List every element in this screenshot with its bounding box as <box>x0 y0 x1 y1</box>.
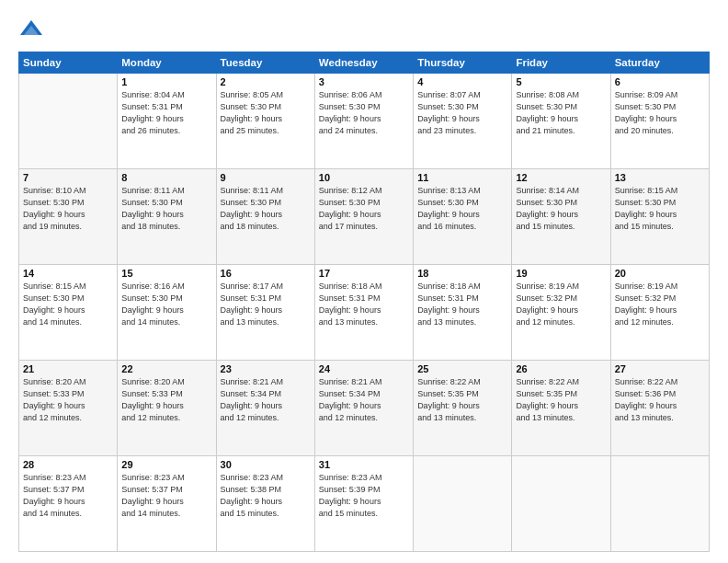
calendar-cell: 3Sunrise: 8:06 AM Sunset: 5:30 PM Daylig… <box>314 74 413 169</box>
day-number: 4 <box>417 76 507 87</box>
day-info: Sunrise: 8:05 AM Sunset: 5:30 PM Dayligh… <box>221 89 311 137</box>
day-number: 5 <box>516 76 606 87</box>
day-number: 30 <box>221 459 311 470</box>
day-info: Sunrise: 8:08 AM Sunset: 5:30 PM Dayligh… <box>516 89 606 137</box>
calendar-cell: 7Sunrise: 8:10 AM Sunset: 5:30 PM Daylig… <box>19 169 118 265</box>
weekday-header-monday: Monday <box>118 52 216 74</box>
calendar-cell: 22Sunrise: 8:20 AM Sunset: 5:33 PM Dayli… <box>118 361 216 456</box>
day-info: Sunrise: 8:23 AM Sunset: 5:37 PM Dayligh… <box>121 472 211 520</box>
weekday-header-tuesday: Tuesday <box>216 52 314 74</box>
day-number: 17 <box>319 268 409 279</box>
calendar-cell: 20Sunrise: 8:19 AM Sunset: 5:32 PM Dayli… <box>610 265 709 361</box>
calendar-cell: 5Sunrise: 8:08 AM Sunset: 5:30 PM Daylig… <box>512 74 610 169</box>
calendar-cell: 19Sunrise: 8:19 AM Sunset: 5:32 PM Dayli… <box>512 265 610 361</box>
calendar-cell <box>19 74 118 169</box>
day-number: 13 <box>615 172 705 183</box>
day-info: Sunrise: 8:14 AM Sunset: 5:30 PM Dayligh… <box>516 185 606 233</box>
calendar-cell: 26Sunrise: 8:22 AM Sunset: 5:35 PM Dayli… <box>512 361 610 456</box>
day-info: Sunrise: 8:11 AM Sunset: 5:30 PM Dayligh… <box>221 185 311 233</box>
calendar-header: SundayMondayTuesdayWednesdayThursdayFrid… <box>19 52 710 74</box>
logo-icon <box>18 17 44 42</box>
day-number: 10 <box>319 172 409 183</box>
day-number: 24 <box>319 363 409 374</box>
calendar-table: SundayMondayTuesdayWednesdayThursdayFrid… <box>18 52 710 552</box>
day-number: 12 <box>516 172 606 183</box>
calendar-cell: 27Sunrise: 8:22 AM Sunset: 5:36 PM Dayli… <box>610 361 709 456</box>
day-info: Sunrise: 8:06 AM Sunset: 5:30 PM Dayligh… <box>319 89 409 137</box>
day-info: Sunrise: 8:23 AM Sunset: 5:37 PM Dayligh… <box>23 472 113 520</box>
calendar-cell: 18Sunrise: 8:18 AM Sunset: 5:31 PM Dayli… <box>414 265 512 361</box>
day-number: 23 <box>221 363 311 374</box>
day-number: 2 <box>221 76 311 87</box>
day-number: 28 <box>23 459 113 470</box>
day-info: Sunrise: 8:21 AM Sunset: 5:34 PM Dayligh… <box>221 376 311 424</box>
weekday-header-friday: Friday <box>512 52 610 74</box>
day-number: 14 <box>23 268 113 279</box>
calendar-week-1: 1Sunrise: 8:04 AM Sunset: 5:31 PM Daylig… <box>19 74 710 169</box>
weekday-header-thursday: Thursday <box>414 52 512 74</box>
day-number: 22 <box>121 363 211 374</box>
day-number: 11 <box>417 172 507 183</box>
calendar-cell: 1Sunrise: 8:04 AM Sunset: 5:31 PM Daylig… <box>118 74 216 169</box>
calendar-cell: 2Sunrise: 8:05 AM Sunset: 5:30 PM Daylig… <box>216 74 314 169</box>
day-number: 7 <box>23 172 113 183</box>
calendar-cell: 15Sunrise: 8:16 AM Sunset: 5:30 PM Dayli… <box>118 265 216 361</box>
day-number: 31 <box>319 459 409 470</box>
day-info: Sunrise: 8:12 AM Sunset: 5:30 PM Dayligh… <box>319 185 409 233</box>
day-info: Sunrise: 8:19 AM Sunset: 5:32 PM Dayligh… <box>516 281 606 328</box>
day-info: Sunrise: 8:15 AM Sunset: 5:30 PM Dayligh… <box>23 281 113 328</box>
page: SundayMondayTuesdayWednesdayThursdayFrid… <box>0 0 728 563</box>
day-info: Sunrise: 8:18 AM Sunset: 5:31 PM Dayligh… <box>319 281 409 328</box>
day-info: Sunrise: 8:11 AM Sunset: 5:30 PM Dayligh… <box>121 185 211 233</box>
day-info: Sunrise: 8:09 AM Sunset: 5:30 PM Dayligh… <box>615 89 705 137</box>
day-info: Sunrise: 8:17 AM Sunset: 5:31 PM Dayligh… <box>221 281 311 328</box>
calendar-cell: 4Sunrise: 8:07 AM Sunset: 5:30 PM Daylig… <box>414 74 512 169</box>
day-info: Sunrise: 8:15 AM Sunset: 5:30 PM Dayligh… <box>615 185 705 233</box>
calendar-cell: 16Sunrise: 8:17 AM Sunset: 5:31 PM Dayli… <box>216 265 314 361</box>
day-info: Sunrise: 8:04 AM Sunset: 5:31 PM Dayligh… <box>121 89 211 137</box>
day-number: 9 <box>221 172 311 183</box>
day-info: Sunrise: 8:13 AM Sunset: 5:30 PM Dayligh… <box>417 185 507 233</box>
calendar-cell: 6Sunrise: 8:09 AM Sunset: 5:30 PM Daylig… <box>610 74 709 169</box>
weekday-header-sunday: Sunday <box>19 52 118 74</box>
day-info: Sunrise: 8:19 AM Sunset: 5:32 PM Dayligh… <box>615 281 705 328</box>
calendar-cell: 13Sunrise: 8:15 AM Sunset: 5:30 PM Dayli… <box>610 169 709 265</box>
calendar-cell: 21Sunrise: 8:20 AM Sunset: 5:33 PM Dayli… <box>19 361 118 456</box>
calendar-cell: 30Sunrise: 8:23 AM Sunset: 5:38 PM Dayli… <box>216 456 314 552</box>
day-number: 3 <box>319 76 409 87</box>
calendar-cell: 24Sunrise: 8:21 AM Sunset: 5:34 PM Dayli… <box>314 361 413 456</box>
day-number: 6 <box>615 76 705 87</box>
day-number: 21 <box>23 363 113 374</box>
day-info: Sunrise: 8:10 AM Sunset: 5:30 PM Dayligh… <box>23 185 113 233</box>
calendar-cell: 31Sunrise: 8:23 AM Sunset: 5:39 PM Dayli… <box>314 456 413 552</box>
day-info: Sunrise: 8:22 AM Sunset: 5:35 PM Dayligh… <box>417 376 507 424</box>
day-info: Sunrise: 8:18 AM Sunset: 5:31 PM Dayligh… <box>417 281 507 328</box>
day-number: 29 <box>121 459 211 470</box>
calendar-cell: 17Sunrise: 8:18 AM Sunset: 5:31 PM Dayli… <box>314 265 413 361</box>
weekday-row: SundayMondayTuesdayWednesdayThursdayFrid… <box>19 52 710 74</box>
calendar-week-3: 14Sunrise: 8:15 AM Sunset: 5:30 PM Dayli… <box>19 265 710 361</box>
calendar-cell: 11Sunrise: 8:13 AM Sunset: 5:30 PM Dayli… <box>414 169 512 265</box>
day-info: Sunrise: 8:07 AM Sunset: 5:30 PM Dayligh… <box>417 89 507 137</box>
day-info: Sunrise: 8:20 AM Sunset: 5:33 PM Dayligh… <box>121 376 211 424</box>
calendar-cell: 23Sunrise: 8:21 AM Sunset: 5:34 PM Dayli… <box>216 361 314 456</box>
calendar-body: 1Sunrise: 8:04 AM Sunset: 5:31 PM Daylig… <box>19 74 710 552</box>
day-number: 18 <box>417 268 507 279</box>
calendar-cell <box>414 456 512 552</box>
day-number: 26 <box>516 363 606 374</box>
day-number: 20 <box>615 268 705 279</box>
day-number: 16 <box>221 268 311 279</box>
calendar-cell: 28Sunrise: 8:23 AM Sunset: 5:37 PM Dayli… <box>19 456 118 552</box>
weekday-header-wednesday: Wednesday <box>314 52 413 74</box>
calendar-cell <box>610 456 709 552</box>
calendar-cell <box>512 456 610 552</box>
header <box>18 17 710 42</box>
calendar-cell: 9Sunrise: 8:11 AM Sunset: 5:30 PM Daylig… <box>216 169 314 265</box>
day-info: Sunrise: 8:23 AM Sunset: 5:38 PM Dayligh… <box>221 472 311 520</box>
day-number: 27 <box>615 363 705 374</box>
calendar-cell: 14Sunrise: 8:15 AM Sunset: 5:30 PM Dayli… <box>19 265 118 361</box>
day-number: 8 <box>121 172 211 183</box>
day-info: Sunrise: 8:23 AM Sunset: 5:39 PM Dayligh… <box>319 472 409 520</box>
day-info: Sunrise: 8:21 AM Sunset: 5:34 PM Dayligh… <box>319 376 409 424</box>
calendar-week-5: 28Sunrise: 8:23 AM Sunset: 5:37 PM Dayli… <box>19 456 710 552</box>
